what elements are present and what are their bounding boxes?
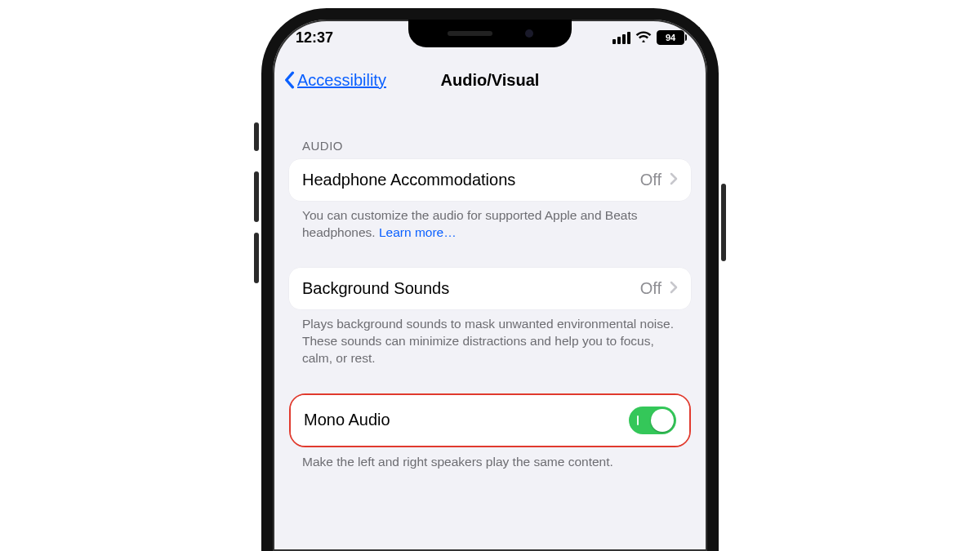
row-mono-audio[interactable]: Mono Audio [291, 395, 689, 446]
row-headphone-accommodations[interactable]: Headphone Accommodations Off [289, 159, 691, 201]
battery-icon: 94 [657, 30, 684, 45]
row-footer-headphone: You can customize the audio for supporte… [302, 207, 678, 242]
wifi-icon [635, 29, 652, 47]
row-background-sounds[interactable]: Background Sounds Off [289, 268, 691, 309]
chevron-left-icon [283, 71, 296, 89]
row-footer-background-sounds: Plays background sounds to mask unwanted… [302, 316, 678, 367]
phone-frame: 12:37 94 Accessibility Audio/Visual AUDI [261, 8, 719, 551]
chevron-right-icon [670, 171, 678, 189]
row-value: Off [640, 279, 662, 298]
row-label: Background Sounds [302, 279, 449, 298]
highlight-annotation: Mono Audio [289, 393, 691, 447]
status-bar: 12:37 94 [273, 24, 707, 51]
chevron-right-icon [670, 279, 678, 298]
mono-audio-toggle[interactable] [629, 407, 676, 434]
ringer-switch [254, 122, 259, 151]
row-value: Off [640, 171, 662, 189]
back-label: Accessibility [297, 71, 386, 90]
cellular-signal-icon [612, 32, 630, 44]
page-title: Audio/Visual [441, 71, 540, 90]
back-button[interactable]: Accessibility [283, 71, 386, 90]
status-time: 12:37 [296, 29, 333, 47]
row-footer-mono-audio: Make the left and right speakers play th… [302, 454, 678, 471]
row-label: Mono Audio [304, 411, 390, 429]
settings-content: AUDIO Headphone Accommodations Off You c… [273, 109, 707, 551]
battery-percentage: 94 [666, 33, 675, 42]
section-header-audio: AUDIO [302, 139, 678, 153]
row-label: Headphone Accommodations [302, 171, 515, 189]
volume-down-button [254, 233, 259, 283]
power-button [721, 184, 726, 261]
nav-header: Accessibility Audio/Visual [273, 62, 707, 98]
learn-more-link[interactable]: Learn more… [379, 225, 457, 239]
volume-up-button [254, 171, 259, 222]
